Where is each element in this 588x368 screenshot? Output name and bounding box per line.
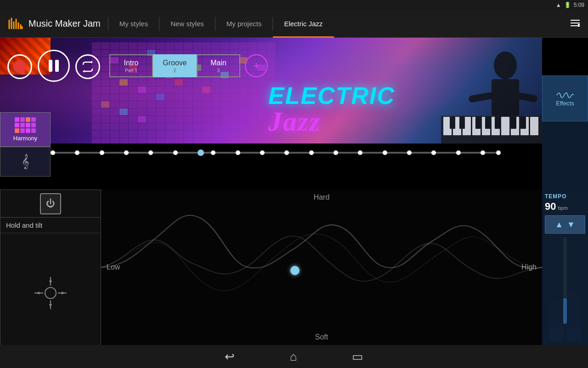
timeline-marker[interactable] (431, 150, 436, 155)
back-button[interactable]: ↩ (225, 350, 235, 364)
pause-button[interactable] (38, 50, 70, 82)
svg-marker-55 (83, 70, 85, 73)
svg-marker-63 (36, 292, 40, 294)
record-button[interactable] (7, 54, 32, 79)
svg-rect-47 (450, 117, 455, 129)
xy-pad[interactable]: Hard Soft Low High (101, 190, 542, 345)
tempo-display: 90 bpm (542, 201, 588, 215)
wifi-icon: ▲ (556, 2, 561, 8)
tempo-track[interactable] (563, 237, 567, 324)
svg-point-32 (494, 52, 517, 79)
tempo-down-arrow[interactable]: ▼ (567, 220, 575, 230)
timeline-marker[interactable] (456, 150, 461, 155)
timeline-marker[interactable] (309, 150, 314, 155)
harmony-cell (31, 117, 36, 122)
timeline-marker[interactable] (211, 150, 215, 155)
nav-tab-my-projects[interactable]: My projects (215, 10, 273, 38)
svg-rect-52 (511, 117, 516, 129)
add-part-button[interactable]: + (245, 54, 268, 77)
timeline-track[interactable] (51, 152, 496, 154)
harmony-cell (15, 123, 19, 127)
xy-waveform (101, 190, 542, 345)
svg-marker-54 (91, 61, 93, 63)
timeline-marker-active[interactable] (198, 150, 204, 156)
harmony-cell (31, 123, 36, 127)
tempo-panel: TEMPO 90 bpm ▲ ▼ (542, 190, 588, 328)
timeline-marker[interactable] (496, 150, 501, 155)
timeline-marker[interactable] (236, 150, 240, 155)
menu-icon[interactable] (570, 17, 581, 30)
battery-icon: 🔋 (564, 2, 571, 8)
main-content: ELECTRIC Jazz (0, 38, 588, 368)
harmony-label: Harmony (13, 135, 38, 142)
music-notation-button[interactable]: 𝄞 (0, 147, 51, 177)
piano-silhouette (404, 38, 542, 144)
harmony-cell (20, 128, 25, 133)
nav-tab-new-styles[interactable]: New styles (159, 10, 215, 38)
svg-marker-62 (49, 304, 52, 308)
svg-rect-43 (501, 117, 509, 135)
timeline-marker[interactable] (124, 150, 129, 155)
svg-marker-61 (49, 278, 52, 282)
effects-label: Effects (556, 100, 574, 107)
time-display: 5:09 (574, 2, 584, 8)
tempo-slider-area[interactable] (542, 234, 588, 328)
home-button[interactable]: ⌂ (290, 350, 297, 364)
timeline-marker[interactable] (51, 150, 55, 155)
timeline-marker[interactable] (260, 150, 265, 155)
recents-button[interactable]: ▭ (352, 350, 363, 364)
timeline[interactable] (51, 148, 496, 157)
harmony-cell (26, 117, 30, 122)
svg-rect-9 (571, 23, 580, 23)
power-icon: ⏻ (46, 198, 55, 209)
harmony-grid (15, 117, 36, 133)
pause-bar-right (55, 60, 59, 72)
tempo-header: TEMPO (542, 190, 588, 201)
tempo-unit: bpm (558, 205, 567, 211)
harmony-button[interactable]: Harmony (0, 112, 51, 147)
harmony-cell (15, 128, 19, 133)
power-button[interactable]: ⏻ (40, 193, 61, 214)
timeline-marker[interactable] (481, 150, 485, 155)
svg-rect-49 (475, 117, 481, 129)
nav-tab-electric-jazz[interactable]: Electric Jazz (273, 10, 334, 38)
svg-rect-46 (530, 117, 538, 135)
part-buttons: Intro Part 1 Groove 2 Main 3 + (109, 54, 268, 77)
crosshair-area[interactable] (0, 233, 101, 353)
harmony-cell (31, 128, 36, 133)
svg-rect-51 (495, 117, 500, 129)
timeline-marker[interactable] (407, 150, 412, 155)
svg-rect-8 (571, 20, 580, 21)
pause-bar-left (49, 60, 52, 72)
timeline-marker[interactable] (173, 150, 178, 155)
loop-icon (81, 60, 95, 74)
status-bar: ▲ 🔋 5:09 (0, 0, 588, 10)
part-button-main[interactable]: Main 3 (197, 54, 240, 77)
svg-rect-48 (459, 117, 465, 129)
harmony-cell (20, 117, 25, 122)
hold-tilt-label: Hold and tilt (0, 218, 101, 233)
xy-cursor[interactable] (290, 266, 300, 275)
nav-tab-my-styles[interactable]: My styles (108, 10, 159, 38)
svg-rect-50 (485, 117, 491, 129)
part-button-groove[interactable]: Groove 2 (153, 54, 197, 77)
record-indicator (13, 60, 26, 73)
tempo-up-arrow[interactable]: ▲ (555, 220, 563, 230)
loop-button[interactable] (75, 54, 100, 79)
tempo-stepper[interactable]: ▲ ▼ (545, 215, 585, 234)
timeline-marker[interactable] (148, 150, 153, 155)
crosshair-icon (32, 275, 69, 311)
timeline-marker[interactable] (358, 150, 362, 155)
tempo-fill (563, 298, 567, 324)
timeline-marker[interactable] (284, 150, 289, 155)
part-button-intro[interactable]: Intro Part 1 (109, 54, 153, 77)
timeline-marker[interactable] (383, 150, 387, 155)
effects-button[interactable]: Effects (542, 75, 588, 121)
timeline-marker[interactable] (100, 150, 104, 155)
bottom-nav: ↩ ⌂ ▭ (0, 345, 588, 368)
timeline-marker[interactable] (334, 150, 338, 155)
timeline-marker[interactable] (75, 150, 79, 155)
svg-rect-53 (520, 117, 526, 129)
effects-waveform-icon (556, 91, 574, 100)
svg-marker-64 (62, 292, 65, 294)
